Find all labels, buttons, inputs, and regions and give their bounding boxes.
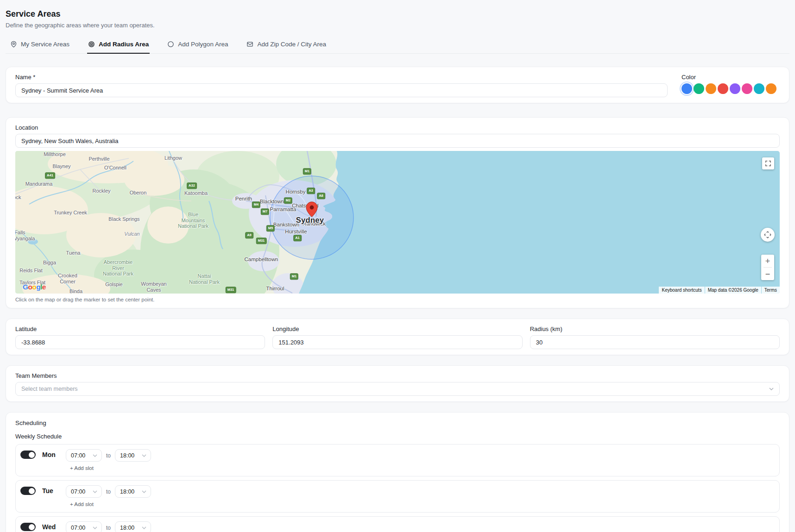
end-time-select[interactable]: 18:00 [115,449,151,462]
day-toggle[interactable] [20,523,36,531]
name-input[interactable] [15,83,668,97]
weekly-schedule-label: Weekly Schedule [15,433,780,440]
envelope-icon [246,41,253,48]
color-swatch-6[interactable] [754,83,764,94]
map-zoom-control: + − [761,255,774,280]
add-slot-button[interactable]: + Add slot [70,501,94,507]
radius-circle [270,176,353,259]
map-fullscreen-button[interactable] [762,157,774,169]
location-label: Location [15,124,780,131]
color-swatch-7[interactable] [766,83,776,94]
pan-arrows-icon [763,230,772,239]
color-swatch-0[interactable] [681,83,692,94]
google-map[interactable]: MillthorpePerthvilleBlayneyO'ConnellLith… [15,151,780,294]
schedule-day-row-wed: Wed 07:00 to 18:00 + Add slot [15,516,780,532]
target-icon [88,41,95,48]
to-label: to [106,488,111,495]
location-input[interactable] [15,134,780,148]
google-logo-letter: o [32,283,36,291]
team-members-label: Team Members [15,372,780,379]
color-swatch-2[interactable] [706,83,716,94]
weekly-schedule-rows: Mon 07:00 to 18:00 + Add slot Tue [15,444,780,532]
schedule-day-row-tue: Tue 07:00 to 18:00 + Add slot [15,480,780,513]
fullscreen-icon [765,160,771,167]
map-marker-pin[interactable] [306,201,318,217]
chevron-down-icon [93,454,97,457]
tab-add-zip-code-city-area[interactable]: Add Zip Code / City Area [246,37,327,54]
google-logo: Google [23,283,46,291]
radius-input[interactable] [530,335,780,349]
location-card: Location [6,117,789,308]
tab-add-polygon-area[interactable]: Add Polygon Area [166,37,229,54]
keyboard-shortcuts-link[interactable]: Keyboard shortcuts [659,287,704,294]
map-data-text: Map data ©2026 Google [705,287,761,294]
longitude-input[interactable] [272,335,522,349]
google-logo-letter: o [28,283,32,291]
tab-label: Add Radius Area [99,41,149,48]
to-label: to [106,525,111,531]
zoom-in-button[interactable]: + [761,255,774,267]
map-attribution: Keyboard shortcutsMap data ©2026 GoogleT… [658,287,780,294]
map-pin-icon [10,41,17,48]
color-swatch-4[interactable] [730,83,740,94]
tab-label: My Service Areas [21,41,69,48]
end-time-select[interactable]: 18:00 [115,485,151,498]
scheduling-title: Scheduling [15,419,780,426]
scheduling-card: Scheduling Weekly Schedule Mon 07:00 to … [6,412,789,532]
team-members-placeholder: Select team members [21,386,78,392]
tab-add-radius-area[interactable]: Add Radius Area [87,37,150,54]
to-label: to [106,452,111,459]
latitude-label: Latitude [15,325,265,332]
map-pan-button[interactable] [761,228,775,242]
name-card: Name * Color [6,67,789,103]
start-time-select[interactable]: 07:00 [66,485,102,498]
color-label: Color [681,74,780,81]
map-terrain [15,151,780,294]
google-logo-letter: e [42,283,46,291]
day-label: Mon [42,451,56,458]
coordinates-card: Latitude Longitude Radius (km) [6,319,789,355]
day-label: Wed [42,523,56,531]
schedule-day-row-mon: Mon 07:00 to 18:00 + Add slot [15,444,780,476]
team-members-select[interactable]: Select team members [15,382,780,396]
radius-label: Radius (km) [530,325,780,332]
chevron-down-icon [93,490,97,493]
day-label: Tue [42,487,53,494]
color-swatch-5[interactable] [742,83,752,94]
start-time-select[interactable]: 07:00 [66,521,102,532]
page-subtitle: Define the geographic areas where your t… [6,22,789,29]
color-swatch-3[interactable] [718,83,728,94]
tab-label: Add Polygon Area [178,41,228,48]
day-toggle[interactable] [20,487,36,495]
circle-icon [167,41,174,48]
team-members-card: Team Members Select team members [6,365,789,402]
latitude-input[interactable] [15,335,265,349]
google-logo-letter: G [23,283,28,291]
zoom-out-button[interactable]: − [761,268,774,280]
map-helper-text: Click on the map or drag the marker to s… [15,297,780,302]
end-time-select[interactable]: 18:00 [115,521,151,532]
chevron-down-icon [93,526,97,529]
google-logo-letter: g [36,283,40,291]
chevron-down-icon [142,490,146,493]
add-slot-button[interactable]: + Add slot [70,465,94,471]
tab-my-service-areas[interactable]: My Service Areas [9,37,70,54]
page-title: Service Areas [6,9,789,19]
chevron-down-icon [142,454,146,457]
terms-link[interactable]: Terms [762,287,780,294]
name-label: Name * [15,74,668,81]
chevron-down-icon [769,388,774,390]
start-time-select[interactable]: 07:00 [66,449,102,462]
day-toggle[interactable] [20,451,36,459]
color-swatch-1[interactable] [694,83,704,94]
longitude-label: Longitude [272,325,522,332]
tab-bar: My Service AreasAdd Radius AreaAdd Polyg… [6,37,789,54]
service-areas-page: Service Areas Define the geographic area… [0,0,795,532]
chevron-down-icon [142,526,146,529]
color-swatches [681,83,780,94]
tab-label: Add Zip Code / City Area [257,41,326,48]
